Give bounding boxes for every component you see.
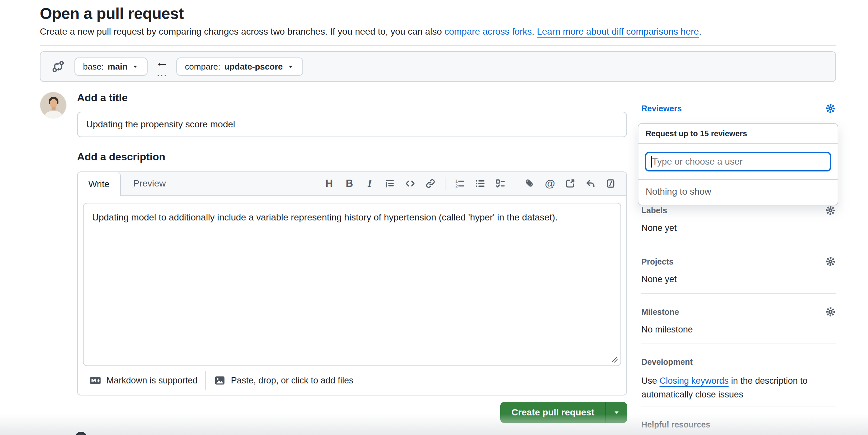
markdown-supported-link[interactable]: Markdown is supported [82,375,206,386]
code-icon[interactable] [401,175,419,193]
toolbar-divider [515,177,515,190]
editor-footer: Markdown is supported Paste, drop, or cl… [78,366,626,395]
labels-gear-icon[interactable] [825,205,836,216]
branch-selector-bar: base: main ← … compare: update-pscore [40,51,836,82]
reviewers-panel-title: Request up to 15 reviewers [639,124,838,144]
helpful-resources-section: Helpful resources [641,420,836,430]
svg-text:1: 1 [455,179,458,184]
text-cursor [651,156,652,167]
milestone-gear-icon[interactable] [825,306,836,317]
heading-icon[interactable]: H [320,175,338,193]
reviewer-search-placeholder: Type or choose a user [652,156,743,167]
dropdown-caret-icon [612,408,621,417]
task-list-icon[interactable] [491,175,509,193]
avatar [40,92,67,119]
subtitle-text: Create a new pull request by comparing c… [40,27,444,37]
development-section: Development Use Closing keywords in the … [641,357,836,402]
tab-preview[interactable]: Preview [121,172,178,195]
link-icon[interactable] [421,175,439,193]
projects-heading: Projects [641,257,674,267]
create-pull-request-label: Create pull request [500,402,606,423]
bold-icon[interactable]: B [340,175,359,193]
closing-keywords-link[interactable]: Closing keywords [660,376,729,386]
milestone-section: Milestone No milestone [641,306,836,335]
numbered-list-icon[interactable]: 12 [451,175,469,193]
description-heading: Add a description [77,151,627,163]
projects-section: Projects None yet [641,256,836,284]
create-pull-request-button[interactable]: Create pull request [500,402,627,423]
editor-body: Updating model to additionally include a… [78,196,626,366]
reviewer-search-wrap: Type or choose a user [639,144,838,180]
tab-write[interactable]: Write [78,172,121,196]
reviewer-search-input[interactable]: Type or choose a user [645,152,831,172]
formatting-toolbar: H B I 12 [320,172,626,195]
create-pr-dropdown-button[interactable] [606,402,627,423]
base-branch-value: main [108,62,128,72]
projects-value: None yet [641,274,836,284]
attach-files-button[interactable]: Paste, drop, or click to add files [206,375,361,386]
reviewers-heading[interactable]: Reviewers [641,104,682,113]
dropdown-caret-icon [287,63,294,70]
header-divider [40,45,836,46]
svg-text:2: 2 [455,184,458,188]
editor-tabstrip: Write Preview H B I [78,172,626,196]
helpful-resources-heading: Helpful resources [641,420,710,429]
page-container: Open a pull request Create a new pull re… [40,0,836,435]
italic-icon[interactable]: I [361,175,379,193]
pr-title-input[interactable] [77,112,627,137]
git-compare-icon [52,60,65,73]
markdown-editor: Write Preview H B I [77,172,627,396]
development-note: Use Closing keywords in the description … [641,374,814,402]
submit-row: Create pull request [77,402,627,423]
page-subtitle: Create a new pull request by comparing c… [40,27,836,37]
compare-branch-label: compare: [185,62,220,72]
branch-direction-indicator: ← … [155,56,168,78]
merge-check-ellipsis: … [156,67,168,78]
quote-icon[interactable] [381,175,399,193]
compare-across-forks-link[interactable]: compare across forks [444,27,532,37]
development-heading: Development [641,357,693,366]
projects-gear-icon[interactable] [825,256,836,267]
attach-file-icon[interactable] [521,175,539,193]
milestone-heading: Milestone [641,307,679,317]
pr-form-area: Add a title Add a description Write Prev… [40,92,836,435]
resize-gripper-icon[interactable] [610,355,619,364]
base-branch-button[interactable]: base: main [74,58,148,76]
bullet-list-icon[interactable] [471,175,489,193]
compare-branch-button[interactable]: compare: update-pscore [176,58,303,76]
page-title: Open a pull request [40,5,836,23]
milestone-value: No milestone [641,324,836,335]
compare-branch-value: update-pscore [224,62,283,72]
reviewers-gear-icon[interactable] [825,103,836,114]
reviewers-dropdown-panel: Request up to 15 reviewers Type or choos… [638,123,838,206]
image-icon [214,375,226,386]
mention-icon[interactable]: @ [541,175,559,193]
main-column: Add a title Add a description Write Prev… [77,92,627,423]
reply-icon[interactable] [581,175,599,193]
learn-more-diff-link[interactable]: Learn more about diff comparisons here [537,27,699,37]
base-branch-label: base: [83,62,104,72]
title-heading: Add a title [77,92,627,104]
markdown-icon [90,375,101,386]
labels-value: None yet [641,223,836,233]
labels-heading: Labels [641,206,667,215]
reviewers-empty-state: Nothing to show [639,180,838,205]
toolbar-divider [445,177,445,190]
sidebar: Reviewers Request up to 15 reviewers Typ… [641,103,836,433]
dropdown-caret-icon [131,63,139,70]
labels-section: Labels None yet [641,205,836,233]
cross-reference-icon[interactable] [561,175,579,193]
pr-description-textarea[interactable]: Updating model to additionally include a… [83,203,621,366]
reviewers-section: Reviewers [641,103,836,114]
saved-replies-icon[interactable] [601,175,620,193]
